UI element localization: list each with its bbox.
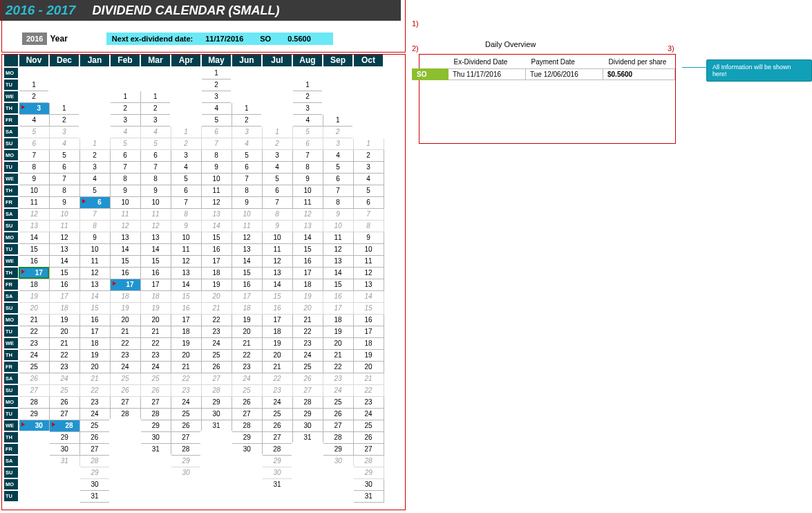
calendar-cell[interactable]: 4: [353, 173, 384, 185]
calendar-cell[interactable]: 15: [292, 243, 323, 255]
calendar-cell[interactable]: 27: [79, 443, 110, 455]
calendar-cell[interactable]: [201, 443, 232, 455]
calendar-cell[interactable]: 3: [323, 138, 353, 149]
calendar-cell[interactable]: 13: [292, 220, 323, 232]
calendar-cell[interactable]: [140, 467, 171, 478]
calendar-cell[interactable]: 18: [49, 302, 79, 314]
calendar-cell[interactable]: 12: [232, 232, 262, 243]
calendar-cell[interactable]: 14: [171, 279, 201, 290]
calendar-cell[interactable]: 22: [49, 349, 79, 361]
calendar-cell[interactable]: 15: [262, 290, 292, 302]
calendar-cell[interactable]: 22: [323, 361, 353, 373]
calendar-cell[interactable]: 30: [353, 478, 384, 490]
calendar-cell[interactable]: [232, 91, 262, 102]
calendar-cell[interactable]: 9: [171, 220, 201, 232]
calendar-cell[interactable]: [201, 490, 232, 502]
calendar-cell[interactable]: 22: [353, 384, 384, 396]
calendar-cell[interactable]: 13: [140, 232, 171, 243]
calendar-cell[interactable]: 29: [201, 396, 232, 408]
calendar-cell[interactable]: 19: [232, 314, 262, 326]
calendar-cell[interactable]: 10: [79, 243, 110, 255]
calendar-cell[interactable]: 3: [49, 126, 79, 138]
calendar-cell[interactable]: 22: [292, 326, 323, 337]
calendar-cell[interactable]: 25: [79, 420, 110, 431]
calendar-cell[interactable]: [353, 102, 384, 114]
calendar-cell[interactable]: 24: [19, 349, 49, 361]
calendar-cell[interactable]: 27: [49, 408, 79, 420]
calendar-cell[interactable]: 28: [323, 431, 353, 443]
calendar-cell[interactable]: [323, 79, 353, 91]
calendar-cell[interactable]: 18: [171, 326, 201, 337]
calendar-cell[interactable]: [262, 79, 292, 91]
calendar-cell[interactable]: [19, 490, 49, 502]
calendar-cell[interactable]: 23: [292, 337, 323, 349]
calendar-cell[interactable]: 20: [323, 337, 353, 349]
calendar-cell[interactable]: 20: [262, 349, 292, 361]
calendar-cell[interactable]: 15: [171, 290, 201, 302]
calendar-cell[interactable]: [232, 490, 262, 502]
calendar-cell[interactable]: [79, 102, 110, 114]
calendar-cell[interactable]: 23: [262, 384, 292, 396]
calendar-cell[interactable]: 2: [110, 102, 140, 114]
calendar-cell[interactable]: [353, 79, 384, 91]
calendar-cell[interactable]: 7: [201, 138, 232, 149]
calendar-cell[interactable]: 21: [49, 337, 79, 349]
calendar-cell[interactable]: 6: [292, 138, 323, 149]
calendar-cell[interactable]: 29: [353, 467, 384, 478]
calendar-cell[interactable]: 15: [140, 255, 171, 267]
calendar-cell[interactable]: [110, 67, 140, 79]
calendar-cell[interactable]: [171, 102, 201, 114]
calendar-cell[interactable]: [140, 455, 171, 467]
calendar-cell[interactable]: 24: [201, 337, 232, 349]
calendar-cell[interactable]: 11: [140, 208, 171, 220]
calendar-cell[interactable]: [323, 490, 353, 502]
calendar-cell[interactable]: [262, 490, 292, 502]
calendar-cell[interactable]: 29: [79, 467, 110, 478]
calendar-cell[interactable]: 20: [19, 302, 49, 314]
calendar-cell[interactable]: 18: [110, 290, 140, 302]
calendar-cell[interactable]: [19, 443, 49, 455]
calendar-cell[interactable]: 10: [201, 173, 232, 185]
calendar-cell[interactable]: [201, 455, 232, 467]
calendar-cell[interactable]: 26: [79, 431, 110, 443]
calendar-cell[interactable]: 4: [49, 138, 79, 149]
calendar-cell[interactable]: 22: [201, 314, 232, 326]
calendar-cell[interactable]: [79, 67, 110, 79]
calendar-cell[interactable]: 7: [79, 208, 110, 220]
calendar-cell[interactable]: 13: [79, 279, 110, 290]
calendar-cell[interactable]: 28: [49, 420, 79, 431]
calendar-cell[interactable]: 13: [262, 267, 292, 279]
calendar-cell[interactable]: 3: [171, 149, 201, 161]
calendar-cell[interactable]: 14: [353, 290, 384, 302]
calendar-cell[interactable]: 5: [323, 161, 353, 173]
calendar-cell[interactable]: 27: [353, 443, 384, 455]
calendar-cell[interactable]: [79, 79, 110, 91]
calendar-cell[interactable]: 20: [201, 290, 232, 302]
calendar-cell[interactable]: 7: [292, 149, 323, 161]
calendar-cell[interactable]: 10: [262, 232, 292, 243]
calendar-cell[interactable]: 10: [49, 208, 79, 220]
calendar-cell[interactable]: 16: [232, 279, 262, 290]
calendar-cell[interactable]: 14: [232, 255, 262, 267]
calendar-cell[interactable]: 28: [171, 443, 201, 455]
calendar-cell[interactable]: [353, 114, 384, 126]
calendar-cell[interactable]: [140, 67, 171, 79]
calendar-cell[interactable]: 16: [140, 267, 171, 279]
calendar-cell[interactable]: [323, 67, 353, 79]
calendar-cell[interactable]: 23: [110, 349, 140, 361]
calendar-cell[interactable]: 25: [49, 384, 79, 396]
calendar-cell[interactable]: 8: [49, 185, 79, 196]
calendar-cell[interactable]: 30: [262, 467, 292, 478]
calendar-cell[interactable]: [110, 490, 140, 502]
calendar-cell[interactable]: 29: [323, 443, 353, 455]
calendar-cell[interactable]: 18: [262, 326, 292, 337]
calendar-cell[interactable]: 4: [292, 114, 323, 126]
calendar-cell[interactable]: [19, 431, 49, 443]
calendar-cell[interactable]: 1: [140, 91, 171, 102]
calendar-cell[interactable]: 6: [110, 149, 140, 161]
calendar-cell[interactable]: 23: [232, 361, 262, 373]
calendar-cell[interactable]: [19, 467, 49, 478]
calendar-cell[interactable]: 22: [110, 337, 140, 349]
calendar-cell[interactable]: 22: [262, 373, 292, 384]
calendar-cell[interactable]: [262, 67, 292, 79]
